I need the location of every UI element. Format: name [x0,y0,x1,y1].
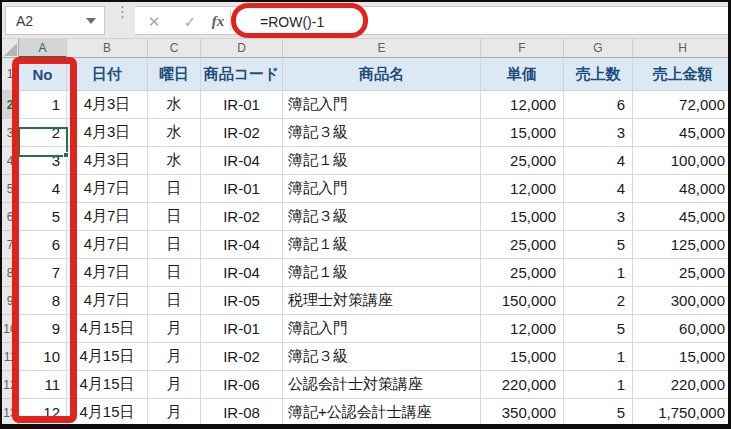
cell-amount[interactable]: 72,000 [633,91,731,119]
row-header-3[interactable]: 3 [2,119,19,147]
cell-quantity[interactable]: 2 [564,287,633,315]
cell-day[interactable]: 月 [148,371,201,399]
row-header-9[interactable]: 9 [2,287,19,315]
cell-day[interactable]: 日 [148,259,201,287]
name-box[interactable]: A2 [5,6,105,35]
cell-date[interactable]: 4月3日 [67,91,148,119]
cell-unit-price[interactable]: 15,000 [481,119,564,147]
column-header-g[interactable]: G [564,39,633,58]
cell-unit-price[interactable]: 12,000 [481,91,564,119]
cell-no[interactable]: 9 [19,315,67,343]
cell-unit-price[interactable]: 12,000 [481,315,564,343]
cell-no[interactable]: 12 [19,399,67,427]
cell-amount[interactable]: 220,000 [633,371,731,399]
cell-amount[interactable]: 45,000 [633,203,731,231]
cell-date[interactable]: 4月3日 [67,147,148,175]
column-header-c[interactable]: C [148,39,201,58]
cell-quantity[interactable]: 5 [564,231,633,259]
row-header-8[interactable]: 8 [2,259,19,287]
fill-handle[interactable] [63,152,69,158]
column-header-h[interactable]: H [633,39,731,58]
cell-day[interactable]: 日 [148,203,201,231]
cell-product-name[interactable]: 簿記１級 [283,259,481,287]
cell-amount[interactable]: 48,000 [633,175,731,203]
row-header-12[interactable]: 12 [2,371,19,399]
cell-code[interactable]: IR-05 [201,287,283,315]
table-column-label[interactable]: No [19,58,67,91]
cell-quantity[interactable]: 1 [564,259,633,287]
column-header-b[interactable]: B [67,39,148,58]
column-header-f[interactable]: F [481,39,564,58]
cell-product-name[interactable]: 簿記入門 [283,91,481,119]
cell-quantity[interactable]: 5 [564,399,633,427]
select-all-corner[interactable] [2,39,19,58]
cell-product-name[interactable]: 簿記入門 [283,315,481,343]
cell-code[interactable]: IR-02 [201,343,283,371]
cell-code[interactable]: IR-04 [201,259,283,287]
cell-product-name[interactable]: 税理士対策講座 [283,287,481,315]
cell-date[interactable]: 4月7日 [67,287,148,315]
cell-date[interactable]: 4月7日 [67,231,148,259]
column-header-e[interactable]: E [283,39,481,58]
cell-date[interactable]: 4月15日 [67,399,148,427]
table-column-label[interactable]: 日付 [67,58,148,91]
cell-code[interactable]: IR-01 [201,175,283,203]
cell-amount[interactable]: 25,000 [633,259,731,287]
cell-day[interactable]: 日 [148,175,201,203]
cell-code[interactable]: IR-08 [201,399,283,427]
cell-product-name[interactable]: 簿記３級 [283,203,481,231]
cell-no[interactable]: 8 [19,287,67,315]
cell-quantity[interactable]: 6 [564,91,633,119]
cell-code[interactable]: IR-01 [201,91,283,119]
cell-quantity[interactable]: 5 [564,315,633,343]
cell-amount[interactable]: 100,000 [633,147,731,175]
cell-day[interactable]: 月 [148,399,201,427]
cell-no[interactable]: 6 [19,231,67,259]
cell-quantity[interactable]: 4 [564,175,633,203]
row-header-4[interactable]: 4 [2,147,19,175]
cell-date[interactable]: 4月7日 [67,175,148,203]
cell-unit-price[interactable]: 150,000 [481,287,564,315]
table-column-label[interactable]: 商品名 [283,58,481,91]
cell-quantity[interactable]: 3 [564,119,633,147]
cell-product-name[interactable]: 簿記３級 [283,119,481,147]
row-header-10[interactable]: 10 [2,315,19,343]
cancel-icon[interactable]: ✕ [141,7,167,36]
cell-unit-price[interactable]: 12,000 [481,175,564,203]
cell-date[interactable]: 4月15日 [67,371,148,399]
cell-day[interactable]: 月 [148,343,201,371]
row-header-7[interactable]: 7 [2,231,19,259]
cell-code[interactable]: IR-02 [201,119,283,147]
cell-day[interactable]: 日 [148,287,201,315]
row-header-6[interactable]: 6 [2,203,19,231]
cell-unit-price[interactable]: 25,000 [481,259,564,287]
cell-no[interactable]: 5 [19,203,67,231]
cell-day[interactable]: 水 [148,119,201,147]
table-column-label[interactable]: 単価 [481,58,564,91]
table-column-label[interactable]: 商品コード [201,58,283,91]
row-header-11[interactable]: 11 [2,343,19,371]
cell-unit-price[interactable]: 220,000 [481,371,564,399]
cell-quantity[interactable]: 4 [564,147,633,175]
cell-code[interactable]: IR-02 [201,203,283,231]
cell-unit-price[interactable]: 15,000 [481,203,564,231]
enter-icon[interactable]: ✓ [177,7,203,36]
table-column-label[interactable]: 曜日 [148,58,201,91]
cell-quantity[interactable]: 3 [564,203,633,231]
row-header-5[interactable]: 5 [2,175,19,203]
cell-amount[interactable]: 125,000 [633,231,731,259]
cell-unit-price[interactable]: 25,000 [481,231,564,259]
cell-date[interactable]: 4月15日 [67,343,148,371]
cell-date[interactable]: 4月3日 [67,119,148,147]
cell-no[interactable]: 1 [19,91,67,119]
cell-product-name[interactable]: 簿記+公認会計士講座 [283,399,481,427]
cell-day[interactable]: 水 [148,147,201,175]
cell-no[interactable]: 4 [19,175,67,203]
insert-function-icon[interactable]: fx [205,7,231,36]
cell-product-name[interactable]: 簿記１級 [283,147,481,175]
cell-amount[interactable]: 15,000 [633,343,731,371]
cell-code[interactable]: IR-04 [201,231,283,259]
cell-date[interactable]: 4月7日 [67,259,148,287]
cell-amount[interactable]: 300,000 [633,287,731,315]
cell-product-name[interactable]: 簿記入門 [283,175,481,203]
